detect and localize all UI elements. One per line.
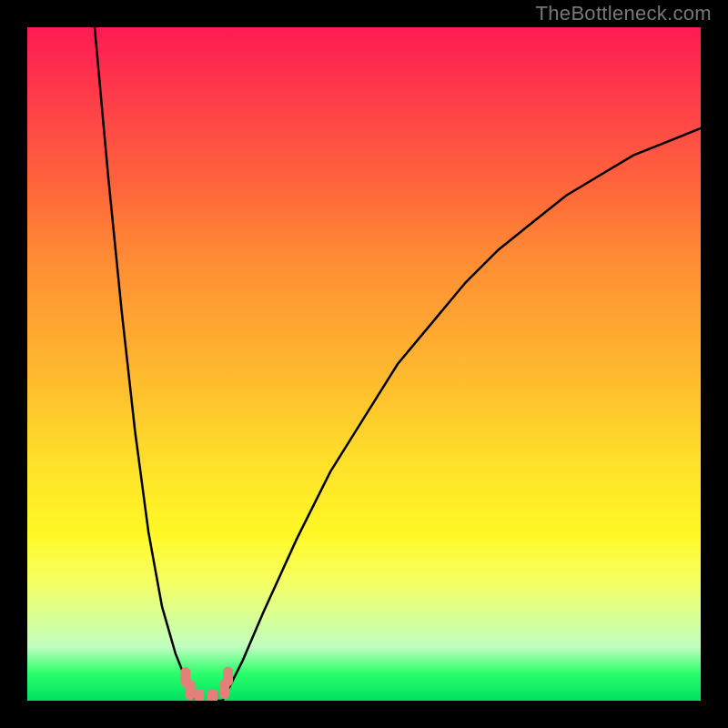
marker — [194, 689, 204, 701]
marker — [186, 680, 196, 700]
chart-container: TheBottleneck.com — [0, 0, 728, 728]
marker — [223, 666, 233, 686]
watermark-text: TheBottleneck.com — [536, 2, 712, 25]
plot-area — [27, 27, 701, 701]
marker-group — [180, 666, 233, 701]
left-curve — [95, 27, 202, 701]
right-curve — [216, 128, 701, 701]
marker — [207, 689, 217, 701]
curve-layer — [27, 27, 701, 701]
